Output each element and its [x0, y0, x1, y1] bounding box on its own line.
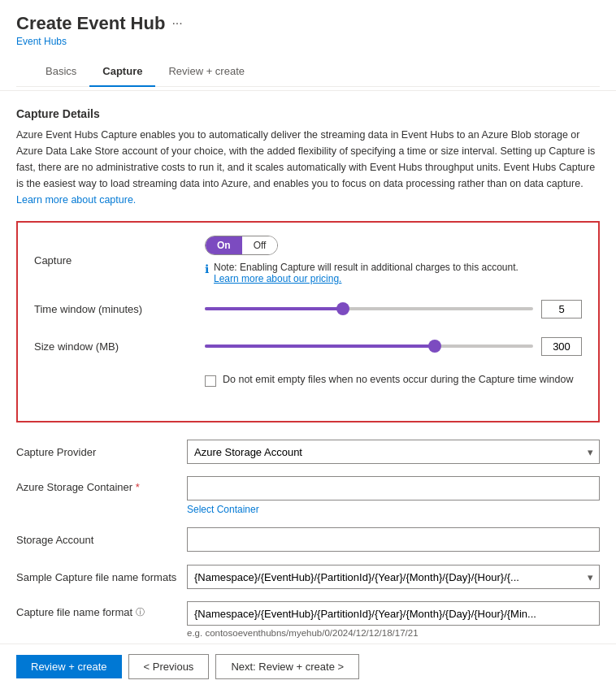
time-window-label: Time window (minutes): [34, 303, 205, 315]
capture-provider-select-container: Azure Storage Account Azure Data Lake St…: [187, 440, 600, 464]
capture-format-label: Capture file name format: [16, 606, 132, 618]
capture-toggle-control: On Off ℹ Note: Enabling Capture will res…: [205, 236, 582, 284]
size-window-input[interactable]: [541, 337, 582, 356]
capture-settings-box: Capture On Off ℹ Note: Enabling Capture …: [16, 221, 600, 422]
select-container-link[interactable]: Select Container: [187, 504, 600, 515]
time-slider-track[interactable]: [205, 307, 533, 310]
azure-storage-container-row: Azure Storage Container * Select Contain…: [16, 476, 600, 515]
empty-files-checkbox-row: Do not emit empty files when no events o…: [205, 370, 582, 396]
next-button[interactable]: Next: Review + create >: [215, 654, 359, 679]
capture-format-label-container: Capture file name format ⓘ: [16, 601, 187, 618]
storage-account-control: [187, 527, 600, 552]
ellipsis-menu[interactable]: ···: [171, 16, 182, 31]
time-window-input[interactable]: [541, 300, 582, 318]
tab-review-create[interactable]: Review + create: [155, 57, 258, 87]
tab-capture[interactable]: Capture: [89, 57, 155, 87]
time-slider-thumb[interactable]: [336, 302, 349, 315]
review-create-button[interactable]: Review + create: [16, 655, 122, 678]
sample-formats-select[interactable]: {Namespace}/{EventHub}/{PartitionId}/{Ye…: [187, 565, 600, 589]
capture-toggle[interactable]: On Off: [205, 236, 278, 255]
empty-files-checkbox[interactable]: [205, 375, 216, 387]
info-icon-format: ⓘ: [136, 606, 145, 618]
info-icon: ℹ: [205, 262, 209, 275]
required-star: *: [136, 481, 140, 493]
toggle-off-option[interactable]: Off: [242, 236, 278, 254]
note-text: Note: Enabling Capture will result in ad…: [214, 262, 518, 284]
size-window-row: Size window (MB): [34, 333, 582, 359]
capture-description: Azure Event Hubs Capture enables you to …: [16, 127, 600, 208]
size-slider-thumb[interactable]: [428, 340, 441, 353]
storage-account-label: Storage Account: [16, 534, 187, 546]
sample-formats-label: Sample Capture file name formats: [16, 571, 187, 583]
pricing-link[interactable]: Learn more about our pricing.: [214, 273, 341, 284]
capture-provider-control: Azure Storage Account Azure Data Lake St…: [187, 440, 600, 464]
capture-toggle-label: Capture: [34, 254, 205, 266]
time-slider-fill: [205, 307, 343, 310]
header: Create Event Hub ··· Event Hubs Basics C…: [0, 0, 616, 91]
toggle-on-option[interactable]: On: [206, 236, 242, 254]
toggle-container: On Off: [205, 236, 582, 255]
page-title: Create Event Hub: [16, 13, 165, 34]
header-title-row: Create Event Hub ···: [16, 13, 600, 34]
capture-toggle-row: Capture On Off ℹ Note: Enabling Capture …: [34, 236, 582, 284]
time-slider-row: [205, 300, 582, 318]
time-window-row: Time window (minutes): [34, 296, 582, 322]
tabs-bar: Basics Capture Review + create: [16, 57, 600, 87]
capture-format-input[interactable]: [187, 601, 600, 626]
azure-storage-container-control: Select Container: [187, 476, 600, 515]
sample-formats-control: {Namespace}/{EventHub}/{PartitionId}/{Ye…: [187, 565, 600, 589]
size-slider-track[interactable]: [205, 344, 533, 348]
capture-note: ℹ Note: Enabling Capture will result in …: [205, 262, 582, 284]
sample-formats-select-container: {Namespace}/{EventHub}/{PartitionId}/{Ye…: [187, 565, 600, 589]
tab-basics[interactable]: Basics: [33, 57, 89, 87]
empty-files-checkbox-container: Do not emit empty files when no events o…: [205, 374, 573, 387]
previous-button[interactable]: < Previous: [128, 654, 210, 679]
size-window-control: [205, 337, 582, 356]
sample-formats-row: Sample Capture file name formats {Namesp…: [16, 564, 600, 590]
size-window-label: Size window (MB): [34, 340, 205, 353]
azure-storage-container-input[interactable]: [187, 476, 600, 500]
storage-account-input[interactable]: [187, 527, 600, 552]
time-window-control: [205, 300, 582, 318]
capture-details-title: Capture Details: [16, 107, 600, 120]
footer: Review + create < Previous Next: Review …: [0, 644, 616, 689]
storage-account-row: Storage Account: [16, 526, 600, 552]
capture-format-hint: e.g. contosoeventhubns/myehub/0/2024/12/…: [187, 628, 600, 638]
breadcrumb[interactable]: Event Hubs: [16, 36, 600, 47]
capture-format-row: Capture file name format ⓘ e.g. contosoe…: [16, 601, 600, 638]
size-slider-fill: [205, 344, 435, 348]
capture-provider-select[interactable]: Azure Storage Account Azure Data Lake St…: [187, 440, 600, 464]
azure-storage-container-label: Azure Storage Container *: [16, 476, 187, 493]
capture-provider-label: Capture Provider: [16, 446, 187, 458]
capture-format-control: e.g. contosoeventhubns/myehub/0/2024/12/…: [187, 601, 600, 638]
empty-files-label: Do not emit empty files when no events o…: [223, 374, 573, 385]
capture-provider-row: Capture Provider Azure Storage Account A…: [16, 439, 600, 465]
learn-more-capture-link[interactable]: Learn more about capture.: [16, 194, 136, 206]
size-slider-row: [205, 337, 582, 356]
main-content: Capture Details Azure Event Hubs Capture…: [0, 91, 616, 689]
